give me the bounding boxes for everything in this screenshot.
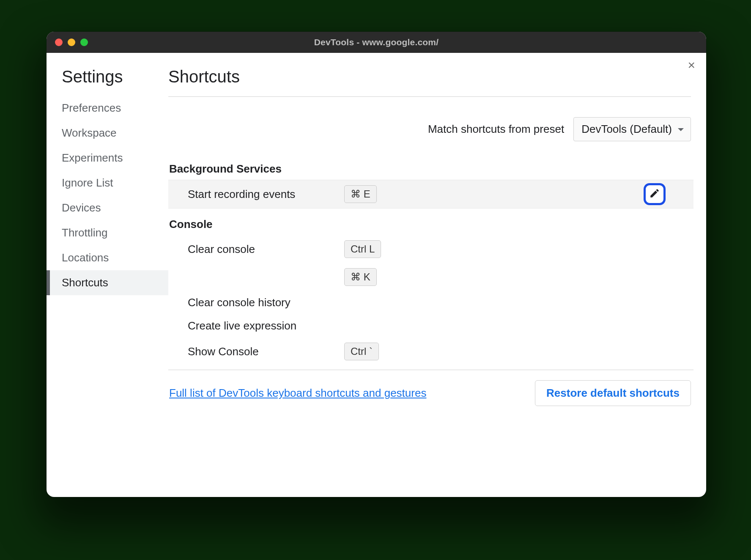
devtools-settings-window: DevTools - www.google.com/ × Settings Pr…	[47, 32, 706, 497]
sidebar-item-ignore-list[interactable]: Ignore List	[47, 170, 168, 195]
sidebar-item-throttling[interactable]: Throttling	[47, 220, 168, 245]
key-chip: ⌘ K	[344, 268, 377, 286]
preset-label: Match shortcuts from preset	[428, 123, 564, 136]
shortcut-label: Create live expression	[188, 319, 344, 332]
shortcut-row-clear-history[interactable]: Clear console history	[168, 291, 693, 314]
restore-defaults-button[interactable]: Restore default shortcuts	[535, 380, 691, 406]
shortcut-keys: Ctrl L	[344, 240, 381, 258]
titlebar: DevTools - www.google.com/	[47, 32, 706, 53]
sidebar-item-locations[interactable]: Locations	[47, 245, 168, 270]
settings-title: Settings	[47, 67, 168, 96]
shortcut-row-live-expression[interactable]: Create live expression	[168, 314, 693, 338]
preset-select[interactable]: DevTools (Default)	[573, 117, 691, 141]
window-controls	[55, 38, 88, 46]
section-title-console: Console	[168, 209, 693, 235]
shortcut-label: Show Console	[188, 345, 344, 358]
footer: Full list of DevTools keyboard shortcuts…	[168, 370, 693, 406]
edit-shortcut-button[interactable]	[644, 183, 666, 205]
minimize-window-button[interactable]	[68, 38, 75, 46]
shortcut-row-start-recording[interactable]: Start recording events ⌘ E	[168, 180, 693, 209]
shortcut-keys: ⌘ K	[344, 268, 377, 286]
close-icon[interactable]: ×	[688, 59, 695, 71]
shortcut-row-clear-console-alt[interactable]: ⌘ K	[168, 263, 693, 291]
key-chip: Ctrl L	[344, 240, 381, 258]
shortcut-row-show-console[interactable]: Show Console Ctrl `	[168, 338, 693, 365]
window-title: DevTools - www.google.com/	[47, 37, 706, 47]
key-chip: ⌘ E	[344, 185, 377, 203]
sidebar-item-shortcuts[interactable]: Shortcuts	[47, 270, 168, 295]
page-heading: Shortcuts	[168, 67, 691, 97]
pencil-icon	[649, 188, 660, 200]
close-window-button[interactable]	[55, 38, 63, 46]
shortcut-label: Start recording events	[188, 188, 344, 201]
shortcut-row-clear-console[interactable]: Clear console Ctrl L	[168, 235, 693, 263]
sidebar-item-devices[interactable]: Devices	[47, 195, 168, 220]
sidebar-item-preferences[interactable]: Preferences	[47, 96, 168, 121]
sidebar-item-workspace[interactable]: Workspace	[47, 121, 168, 145]
shortcut-keys: Ctrl `	[344, 343, 379, 360]
key-chip: Ctrl `	[344, 343, 379, 360]
preset-select-value: DevTools (Default)	[581, 123, 672, 135]
shortcut-keys: ⌘ E	[344, 185, 377, 203]
settings-body: × Settings Preferences Workspace Experim…	[47, 53, 706, 497]
settings-main: Shortcuts Match shortcuts from preset De…	[168, 53, 706, 497]
preset-row: Match shortcuts from preset DevTools (De…	[168, 97, 693, 158]
sidebar-item-experiments[interactable]: Experiments	[47, 145, 168, 170]
shortcut-label: Clear console history	[188, 296, 344, 309]
zoom-window-button[interactable]	[80, 38, 88, 46]
shortcut-label: Clear console	[188, 243, 344, 256]
console-section: Clear console Ctrl L ⌘ K Clear console h…	[168, 235, 693, 365]
section-title-background-services: Background Services	[168, 158, 693, 180]
full-shortcut-list-link[interactable]: Full list of DevTools keyboard shortcuts…	[169, 387, 426, 400]
settings-sidebar: Settings Preferences Workspace Experimen…	[47, 53, 168, 497]
